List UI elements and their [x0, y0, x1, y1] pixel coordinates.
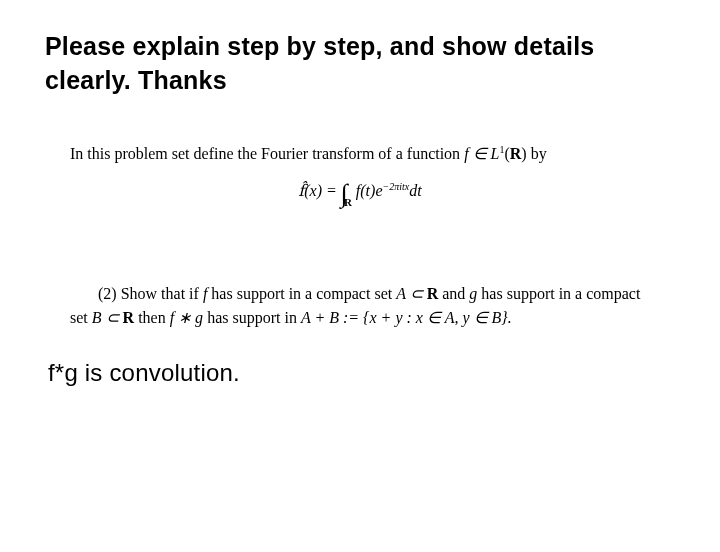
p7: B ⊂	[92, 309, 123, 326]
fourier-formula: f̂(x) = ∫R f(t)e−2πitxdt	[70, 175, 650, 213]
p4: and	[438, 285, 469, 302]
problem-body: In this problem set define the Fourier t…	[45, 142, 675, 329]
p3b: R	[427, 285, 439, 302]
footnote: f*g is convolution.	[45, 359, 675, 387]
intro-math: f ∈ L	[464, 145, 499, 162]
intro-line: In this problem set define the Fourier t…	[70, 142, 650, 165]
intro-math2: (R)	[504, 145, 526, 162]
problem-statement: (2) Show that if f has support in a comp…	[70, 282, 650, 328]
formula-exp: −2πitx	[383, 181, 410, 192]
page-heading: Please explain step by step, and show de…	[45, 30, 675, 98]
p7b: R	[123, 309, 135, 326]
p8: then	[134, 309, 170, 326]
p9: f ∗ g	[170, 309, 203, 326]
formula-sub: R	[344, 196, 352, 208]
p2: has support in a compact set	[207, 285, 396, 302]
formula-integrand1: f(t)e	[352, 182, 383, 199]
problem-label: (2) Show that if	[98, 285, 203, 302]
p10: has support in	[203, 309, 301, 326]
formula-lhs: f̂(x) =	[298, 182, 340, 199]
intro-prefix: In this problem set define the Fourier t…	[70, 145, 464, 162]
p3: A ⊂	[396, 285, 426, 302]
formula-integrand2: dt	[409, 182, 421, 199]
p11: A + B := {x + y : x ∈ A, y ∈ B}.	[301, 309, 512, 326]
intro-suffix: by	[527, 145, 547, 162]
